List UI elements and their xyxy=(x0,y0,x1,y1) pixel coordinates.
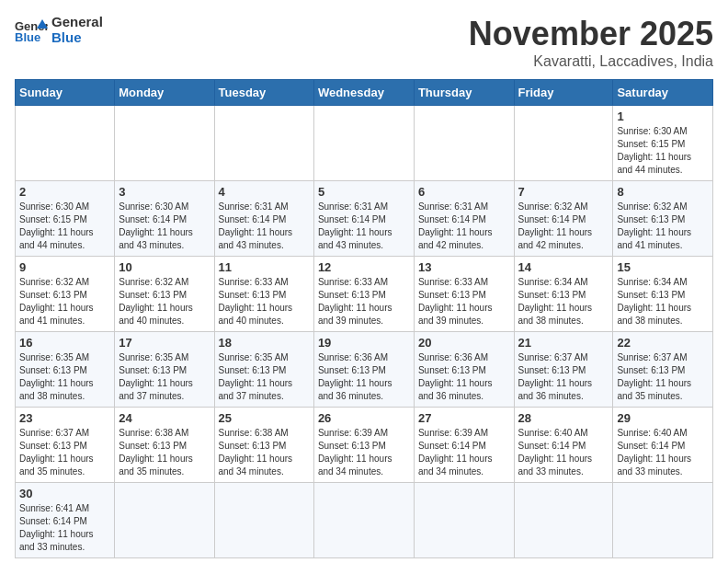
location-text: Kavaratti, Laccadives, India xyxy=(469,53,713,70)
day-info: Sunrise: 6:32 AM Sunset: 6:13 PM Dayligh… xyxy=(119,276,210,327)
day-number: 16 xyxy=(19,336,110,350)
day-info: Sunrise: 6:30 AM Sunset: 6:15 PM Dayligh… xyxy=(19,201,110,252)
calendar-cell-4-4: 19Sunrise: 6:36 AM Sunset: 6:13 PM Dayli… xyxy=(313,332,414,408)
day-number: 3 xyxy=(119,185,210,199)
day-number: 26 xyxy=(318,411,410,425)
day-info: Sunrise: 6:37 AM Sunset: 6:13 PM Dayligh… xyxy=(19,427,110,478)
day-info: Sunrise: 6:33 AM Sunset: 6:13 PM Dayligh… xyxy=(219,276,310,327)
calendar-cell-5-6: 28Sunrise: 6:40 AM Sunset: 6:14 PM Dayli… xyxy=(514,408,613,483)
day-info: Sunrise: 6:32 AM Sunset: 6:13 PM Dayligh… xyxy=(19,276,110,327)
calendar-cell-2-6: 7Sunrise: 6:32 AM Sunset: 6:14 PM Daylig… xyxy=(514,181,613,257)
calendar-cell-5-5: 27Sunrise: 6:39 AM Sunset: 6:14 PM Dayli… xyxy=(414,408,514,483)
day-info: Sunrise: 6:34 AM Sunset: 6:13 PM Dayligh… xyxy=(617,276,709,327)
day-number: 22 xyxy=(617,336,709,350)
calendar-cell-2-7: 8Sunrise: 6:32 AM Sunset: 6:13 PM Daylig… xyxy=(613,181,713,257)
title-section: November 2025 Kavaratti, Laccadives, Ind… xyxy=(469,15,713,70)
day-info: Sunrise: 6:34 AM Sunset: 6:13 PM Dayligh… xyxy=(518,276,609,327)
day-info: Sunrise: 6:31 AM Sunset: 6:14 PM Dayligh… xyxy=(318,201,410,252)
header-friday: Friday xyxy=(514,80,613,106)
logo-blue-text: Blue xyxy=(51,30,103,46)
calendar-cell-1-7: 1Sunrise: 6:30 AM Sunset: 6:15 PM Daylig… xyxy=(613,106,713,181)
day-info: Sunrise: 6:36 AM Sunset: 6:13 PM Dayligh… xyxy=(418,351,510,403)
calendar-cell-3-1: 9Sunrise: 6:32 AM Sunset: 6:13 PM Daylig… xyxy=(16,257,115,332)
day-number: 12 xyxy=(318,260,410,274)
calendar-cell-1-3 xyxy=(214,106,313,181)
day-number: 8 xyxy=(617,185,709,199)
day-info: Sunrise: 6:37 AM Sunset: 6:13 PM Dayligh… xyxy=(518,351,609,403)
calendar-cell-1-6 xyxy=(514,106,613,181)
day-number: 5 xyxy=(318,185,410,199)
day-number: 19 xyxy=(318,336,410,350)
day-info: Sunrise: 6:37 AM Sunset: 6:13 PM Dayligh… xyxy=(617,351,709,403)
day-number: 17 xyxy=(119,336,210,350)
calendar-cell-6-5 xyxy=(414,483,514,558)
calendar-cell-1-2 xyxy=(115,106,214,181)
header-sunday: Sunday xyxy=(16,80,115,106)
page-header: General Blue General Blue November 2025 … xyxy=(15,15,713,70)
header-monday: Monday xyxy=(115,80,214,106)
day-number: 14 xyxy=(518,260,609,274)
calendar-cell-6-7 xyxy=(613,483,713,558)
month-title: November 2025 xyxy=(469,15,713,53)
calendar-cell-2-2: 3Sunrise: 6:30 AM Sunset: 6:14 PM Daylig… xyxy=(115,181,214,257)
logo-icon: General Blue xyxy=(15,17,48,43)
calendar-cell-2-1: 2Sunrise: 6:30 AM Sunset: 6:15 PM Daylig… xyxy=(16,181,115,257)
calendar-cell-3-3: 11Sunrise: 6:33 AM Sunset: 6:13 PM Dayli… xyxy=(214,257,313,332)
day-info: Sunrise: 6:38 AM Sunset: 6:13 PM Dayligh… xyxy=(119,427,210,478)
calendar-cell-4-6: 21Sunrise: 6:37 AM Sunset: 6:13 PM Dayli… xyxy=(514,332,613,408)
day-info: Sunrise: 6:31 AM Sunset: 6:14 PM Dayligh… xyxy=(219,201,310,252)
calendar-cell-4-3: 18Sunrise: 6:35 AM Sunset: 6:13 PM Dayli… xyxy=(214,332,313,408)
day-number: 30 xyxy=(19,487,110,500)
calendar-week-2: 2Sunrise: 6:30 AM Sunset: 6:15 PM Daylig… xyxy=(16,181,713,257)
day-info: Sunrise: 6:39 AM Sunset: 6:14 PM Dayligh… xyxy=(418,427,510,478)
day-number: 6 xyxy=(418,185,510,199)
logo-general-text: General xyxy=(51,15,103,30)
day-number: 24 xyxy=(119,411,210,425)
calendar-cell-1-5 xyxy=(414,106,514,181)
day-number: 27 xyxy=(418,411,510,425)
calendar-cell-1-4 xyxy=(313,106,414,181)
day-number: 18 xyxy=(219,336,310,350)
calendar-cell-3-5: 13Sunrise: 6:33 AM Sunset: 6:13 PM Dayli… xyxy=(414,257,514,332)
day-info: Sunrise: 6:33 AM Sunset: 6:13 PM Dayligh… xyxy=(418,276,510,327)
calendar-cell-6-4 xyxy=(313,483,414,558)
day-number: 23 xyxy=(19,411,110,425)
calendar-cell-2-5: 6Sunrise: 6:31 AM Sunset: 6:14 PM Daylig… xyxy=(414,181,514,257)
calendar-cell-5-3: 25Sunrise: 6:38 AM Sunset: 6:13 PM Dayli… xyxy=(214,408,313,483)
svg-text:Blue: Blue xyxy=(15,30,40,43)
day-number: 25 xyxy=(219,411,310,425)
day-info: Sunrise: 6:38 AM Sunset: 6:13 PM Dayligh… xyxy=(219,427,310,478)
calendar-week-5: 23Sunrise: 6:37 AM Sunset: 6:13 PM Dayli… xyxy=(16,408,713,483)
calendar-cell-4-2: 17Sunrise: 6:35 AM Sunset: 6:13 PM Dayli… xyxy=(115,332,214,408)
day-number: 21 xyxy=(518,336,609,350)
day-number: 4 xyxy=(219,185,310,199)
calendar-week-6: 30Sunrise: 6:41 AM Sunset: 6:14 PM Dayli… xyxy=(16,483,713,558)
day-info: Sunrise: 6:40 AM Sunset: 6:14 PM Dayligh… xyxy=(617,427,709,478)
day-info: Sunrise: 6:35 AM Sunset: 6:13 PM Dayligh… xyxy=(119,351,210,403)
calendar-cell-1-1 xyxy=(16,106,115,181)
day-info: Sunrise: 6:39 AM Sunset: 6:13 PM Dayligh… xyxy=(318,427,410,478)
day-info: Sunrise: 6:31 AM Sunset: 6:14 PM Dayligh… xyxy=(418,201,510,252)
day-info: Sunrise: 6:32 AM Sunset: 6:14 PM Dayligh… xyxy=(518,201,609,252)
day-info: Sunrise: 6:30 AM Sunset: 6:14 PM Dayligh… xyxy=(119,201,210,252)
calendar-table: Sunday Monday Tuesday Wednesday Thursday… xyxy=(15,79,713,558)
header-tuesday: Tuesday xyxy=(214,80,313,106)
day-number: 9 xyxy=(19,260,110,274)
calendar-cell-2-4: 5Sunrise: 6:31 AM Sunset: 6:14 PM Daylig… xyxy=(313,181,414,257)
day-info: Sunrise: 6:41 AM Sunset: 6:14 PM Dayligh… xyxy=(19,502,110,554)
day-number: 15 xyxy=(617,260,709,274)
day-number: 7 xyxy=(518,185,609,199)
calendar-cell-3-6: 14Sunrise: 6:34 AM Sunset: 6:13 PM Dayli… xyxy=(514,257,613,332)
day-info: Sunrise: 6:30 AM Sunset: 6:15 PM Dayligh… xyxy=(617,125,709,177)
calendar-cell-5-7: 29Sunrise: 6:40 AM Sunset: 6:14 PM Dayli… xyxy=(613,408,713,483)
day-number: 1 xyxy=(617,109,709,123)
header-wednesday: Wednesday xyxy=(313,80,414,106)
calendar-week-3: 9Sunrise: 6:32 AM Sunset: 6:13 PM Daylig… xyxy=(16,257,713,332)
day-number: 20 xyxy=(418,336,510,350)
header-thursday: Thursday xyxy=(414,80,514,106)
day-info: Sunrise: 6:32 AM Sunset: 6:13 PM Dayligh… xyxy=(617,201,709,252)
calendar-cell-3-7: 15Sunrise: 6:34 AM Sunset: 6:13 PM Dayli… xyxy=(613,257,713,332)
calendar-cell-3-2: 10Sunrise: 6:32 AM Sunset: 6:13 PM Dayli… xyxy=(115,257,214,332)
day-info: Sunrise: 6:33 AM Sunset: 6:13 PM Dayligh… xyxy=(318,276,410,327)
calendar-cell-4-7: 22Sunrise: 6:37 AM Sunset: 6:13 PM Dayli… xyxy=(613,332,713,408)
